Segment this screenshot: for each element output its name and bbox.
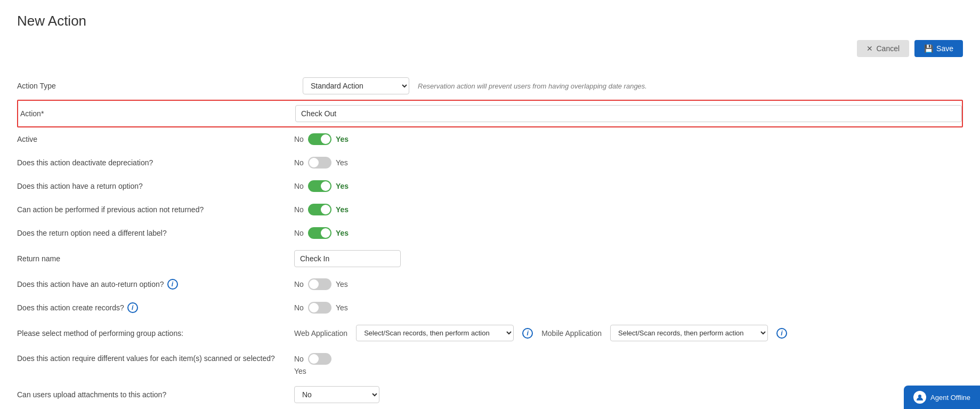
- different-values-label: Does this action require different value…: [17, 353, 294, 363]
- previous-action-yes-label: Yes: [336, 205, 349, 214]
- return-option-label: Does this action have a return option?: [17, 182, 294, 190]
- return-option-toggle-group: No Yes: [294, 180, 349, 192]
- active-label: Active: [17, 135, 294, 143]
- deactivate-control: No Yes: [294, 157, 963, 169]
- create-records-no-label: No: [294, 303, 304, 312]
- different-values-no-label: No: [294, 355, 304, 363]
- web-app-select[interactable]: Select/Scan records, then perform action…: [356, 325, 514, 341]
- auto-return-info-icon[interactable]: i: [167, 279, 178, 290]
- deactivate-toggle-group: No Yes: [294, 157, 348, 169]
- different-values-yes-label: Yes: [294, 367, 306, 375]
- auto-return-toggle[interactable]: [308, 278, 331, 290]
- upload-attachments-select[interactable]: No Yes Optional: [294, 386, 379, 403]
- auto-return-toggle-group: No Yes: [294, 278, 348, 290]
- different-values-row: Does this action require different value…: [17, 347, 963, 381]
- return-option-no-label: No: [294, 182, 304, 190]
- return-option-control: No Yes: [294, 180, 963, 192]
- create-records-label: Does this action create records? i: [17, 302, 294, 313]
- return-option-yes-label: Yes: [336, 182, 349, 190]
- action-label: Action*: [18, 109, 295, 118]
- form-section: Action Type Standard Action Reservation …: [17, 72, 963, 409]
- previous-action-control: No Yes: [294, 204, 963, 215]
- deactivate-toggle[interactable]: [308, 157, 331, 169]
- auto-return-label: Does this action have an auto-return opt…: [17, 279, 294, 290]
- auto-return-no-label: No: [294, 280, 304, 288]
- create-records-row: Does this action create records? i No Ye…: [17, 296, 963, 319]
- deactivate-yes-label: Yes: [336, 158, 348, 167]
- active-toggle[interactable]: [308, 133, 331, 145]
- different-label-control: No Yes: [294, 227, 963, 239]
- web-app-label: Web Application: [294, 329, 347, 338]
- cancel-icon: ✕: [866, 44, 873, 53]
- return-option-row: Does this action have a return option? N…: [17, 174, 963, 198]
- deactivate-no-label: No: [294, 158, 304, 167]
- different-values-toggle[interactable]: [308, 353, 331, 365]
- previous-action-label: Can action be performed if previous acti…: [17, 205, 294, 214]
- deactivate-label: Does this action deactivate depreciation…: [17, 158, 294, 167]
- different-label-row: Does the return option need a different …: [17, 221, 963, 245]
- return-option-toggle[interactable]: [308, 180, 331, 192]
- save-button[interactable]: 💾 Save: [914, 40, 963, 57]
- agent-icon: [913, 391, 926, 404]
- create-records-yes-label: Yes: [336, 303, 348, 312]
- active-row: Active No Yes: [17, 127, 963, 151]
- create-records-toggle[interactable]: [308, 302, 331, 314]
- action-type-row: Action Type Standard Action Reservation …: [17, 72, 963, 100]
- action-row: Action*: [17, 100, 963, 127]
- group-actions-controls: Web Application Select/Scan records, the…: [294, 325, 787, 341]
- previous-action-toggle[interactable]: [308, 204, 331, 215]
- different-values-toggle-group: No: [294, 353, 331, 365]
- action-type-controls: Standard Action Reservation Action Reser…: [303, 77, 647, 94]
- different-label-yes-label: Yes: [336, 229, 349, 237]
- group-actions-row: Please select method of performing group…: [17, 319, 963, 347]
- mobile-app-select[interactable]: Select/Scan records, then perform action…: [610, 325, 768, 341]
- agent-offline-button[interactable]: Agent Offline: [904, 386, 980, 409]
- active-no-label: No: [294, 135, 304, 143]
- page-title: New Action: [17, 13, 963, 29]
- different-label-toggle[interactable]: [308, 227, 331, 239]
- create-records-toggle-group: No Yes: [294, 302, 348, 314]
- return-name-input[interactable]: [294, 250, 401, 267]
- deactivate-row: Does this action deactivate depreciation…: [17, 151, 963, 174]
- group-actions-label: Please select method of performing group…: [17, 329, 294, 338]
- auto-return-control: No Yes: [294, 278, 963, 290]
- mobile-app-label: Mobile Application: [541, 329, 602, 338]
- page-container: New Action ✕ Cancel 💾 Save Action Type S…: [0, 0, 980, 409]
- return-name-control: [294, 250, 963, 267]
- upload-attachments-control: No Yes Optional: [294, 386, 963, 403]
- active-control: No Yes: [294, 133, 963, 145]
- different-label-toggle-group: No Yes: [294, 227, 349, 239]
- auto-return-row: Does this action have an auto-return opt…: [17, 272, 963, 296]
- cancel-button[interactable]: ✕ Cancel: [857, 40, 909, 57]
- previous-action-toggle-group: No Yes: [294, 204, 349, 215]
- save-icon: 💾: [924, 44, 933, 53]
- upload-attachments-label: Can users upload attachments to this act…: [17, 390, 294, 399]
- upload-attachments-row: Can users upload attachments to this act…: [17, 381, 963, 408]
- action-input[interactable]: [295, 105, 962, 122]
- auto-return-yes-label: Yes: [336, 280, 348, 288]
- agent-offline-label: Agent Offline: [930, 394, 970, 402]
- return-name-row: Return name: [17, 245, 963, 272]
- different-values-control: No Yes: [294, 353, 963, 375]
- mobile-app-info-icon[interactable]: i: [776, 328, 787, 339]
- return-name-label: Return name: [17, 254, 294, 263]
- active-toggle-group: No Yes: [294, 133, 349, 145]
- toolbar: ✕ Cancel 💾 Save: [17, 40, 963, 57]
- previous-action-row: Can action be performed if previous acti…: [17, 198, 963, 221]
- different-label-no-label: No: [294, 229, 304, 237]
- create-records-info-icon[interactable]: i: [127, 302, 138, 313]
- previous-action-no-label: No: [294, 205, 304, 214]
- different-label-label: Does the return option need a different …: [17, 229, 294, 237]
- action-type-select[interactable]: Standard Action Reservation Action: [303, 77, 409, 94]
- action-type-label: Action Type: [17, 82, 294, 90]
- active-yes-label: Yes: [336, 135, 349, 143]
- create-records-control: No Yes: [294, 302, 963, 314]
- web-app-info-icon[interactable]: i: [522, 328, 533, 339]
- action-type-hint: Reservation action will prevent users fr…: [418, 82, 647, 90]
